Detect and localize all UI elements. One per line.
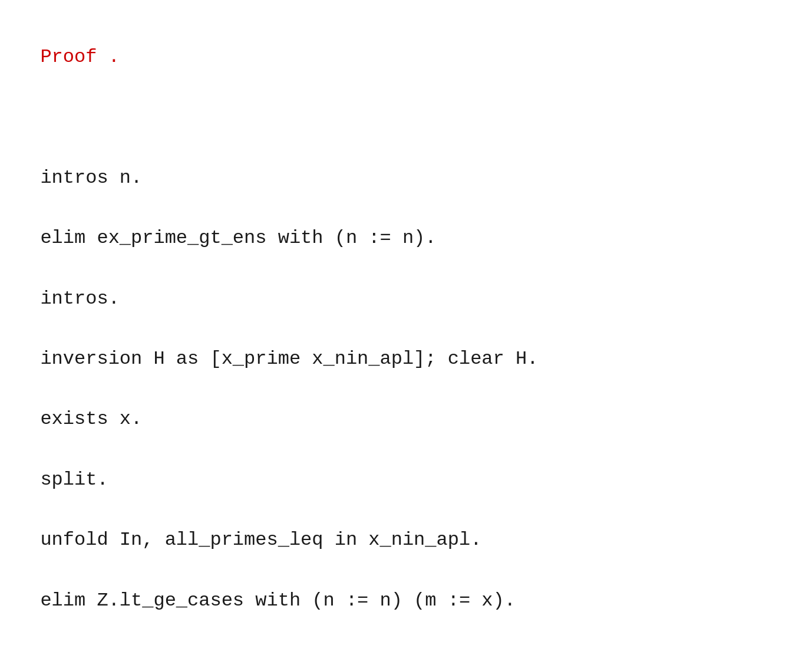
- proof-line: exists x.: [18, 404, 794, 434]
- proof-lines: intros n. elim ex_prime_gt_ens with (n :…: [18, 163, 794, 645]
- proof-line: inversion H as [x_prime x_nin_apl]; clea…: [18, 344, 794, 374]
- proof-line: unfold In, all_primes_leq in x_nin_apl.: [18, 525, 794, 555]
- proof-line: elim Z.lt_ge_cases with (n := n) (m := x…: [18, 585, 794, 616]
- proof-line: intros.: [18, 284, 794, 314]
- proof-keyword: Proof .: [40, 46, 119, 68]
- proof-line: intros n.: [18, 163, 794, 193]
- code-container: Proof . intros n. elim ex_prime_gt_ens w…: [18, 12, 794, 645]
- proof-line: elim ex_prime_gt_ens with (n := n).: [18, 223, 794, 253]
- proof-line: split.: [18, 465, 794, 495]
